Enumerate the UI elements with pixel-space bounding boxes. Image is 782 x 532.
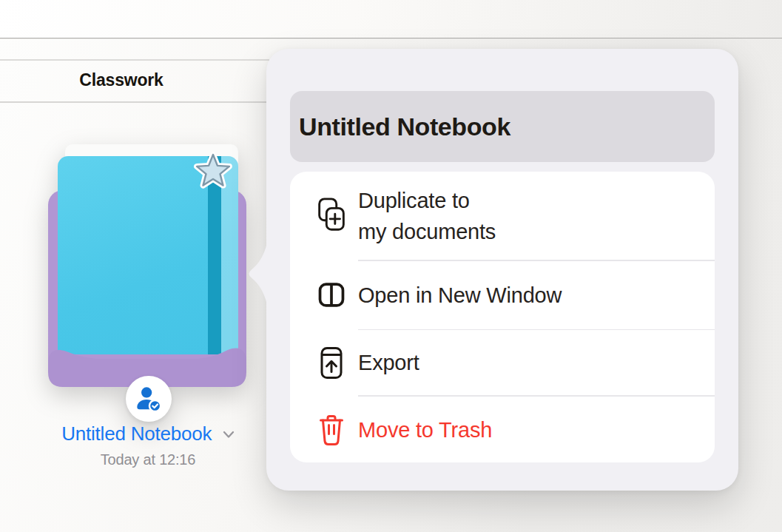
- top-toolbar: [0, 0, 782, 38]
- menu-item-label: Export: [358, 347, 419, 378]
- notebook-thumbnail[interactable]: [48, 144, 246, 425]
- menu-item-label: Open in New Window: [358, 280, 562, 311]
- context-menu-title[interactable]: Untitled Notebook: [290, 91, 715, 162]
- folder-title: Classwork: [0, 70, 243, 90]
- menu-item-label: Move to Trash: [358, 414, 492, 445]
- export-icon: [317, 346, 346, 380]
- documents-browser: Classwork Untitled Notebook: [0, 0, 782, 532]
- context-menu-card: Duplicate to my documents Open in New Wi…: [290, 172, 715, 462]
- notebook-title-link[interactable]: Untitled Notebook: [61, 422, 212, 445]
- header-divider-bottom: [0, 101, 269, 103]
- menu-item-move-to-trash[interactable]: Move to Trash: [290, 397, 715, 463]
- notebook-timestamp: Today at 12:16: [22, 451, 274, 468]
- trash-icon: [317, 414, 346, 446]
- context-menu: Untitled Notebook Duplicate to my docume…: [266, 49, 738, 491]
- duplicate-icon: [317, 198, 346, 235]
- popup-tail: [246, 243, 267, 305]
- menu-item-export[interactable]: Export: [290, 330, 715, 395]
- open-in-new-window-icon: [317, 283, 346, 307]
- menu-item-label: Duplicate to my documents: [358, 185, 496, 247]
- shared-person-icon: [135, 385, 163, 413]
- shared-badge: [126, 376, 172, 422]
- chevron-down-icon[interactable]: [223, 431, 235, 439]
- notebook-title-row[interactable]: Untitled Notebook: [22, 422, 274, 445]
- menu-item-open-new-window[interactable]: Open in New Window: [290, 261, 715, 329]
- menu-item-duplicate[interactable]: Duplicate to my documents: [290, 172, 715, 260]
- header-divider-top: [0, 59, 269, 61]
- star-badge-icon: [194, 152, 232, 189]
